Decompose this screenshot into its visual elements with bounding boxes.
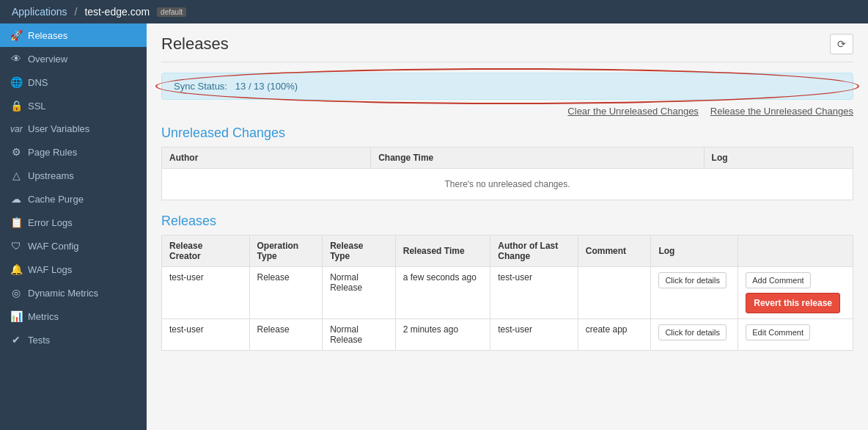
sync-label: Sync Status: bbox=[174, 81, 227, 92]
sync-status-bar: Sync Status: 13 / 13 (100%) bbox=[161, 73, 853, 100]
col-log: Log bbox=[651, 236, 738, 267]
waf-logs-icon: 🔔 bbox=[10, 263, 22, 275]
add-comment-button-0[interactable]: Add Comment bbox=[746, 272, 810, 288]
revert-release-button-0[interactable]: Revert this release bbox=[746, 293, 840, 313]
sidebar-item-label: Overview bbox=[28, 54, 67, 65]
breadcrumb-applications[interactable]: Applications bbox=[12, 6, 67, 18]
sidebar-item-page-rules[interactable]: ⚙ Page Rules bbox=[0, 140, 147, 164]
col-operation-type: OperationType bbox=[249, 236, 323, 267]
page-title: Releases bbox=[161, 34, 229, 54]
sidebar-item-label: Cache Purge bbox=[28, 194, 84, 205]
tests-icon: ✔ bbox=[10, 334, 22, 346]
sidebar-item-tests[interactable]: ✔ Tests bbox=[0, 328, 147, 351]
operation-type-cell: Release bbox=[249, 267, 323, 319]
sidebar-item-label: Dynamic Metrics bbox=[28, 288, 98, 299]
sidebar-item-cache-purge[interactable]: ☁ Cache Purge bbox=[0, 187, 147, 211]
release-creator-cell: test-user bbox=[162, 319, 250, 351]
col-author-last-change: Author of LastChange bbox=[490, 236, 578, 267]
unreleased-changes-title: Unreleased Changes bbox=[161, 125, 853, 141]
comment-cell bbox=[578, 267, 651, 319]
refresh-button[interactable]: ⟳ bbox=[830, 34, 853, 54]
sidebar-item-user-variables[interactable]: var User Variables bbox=[0, 117, 147, 140]
sidebar-item-ssl[interactable]: 🔒 SSL bbox=[0, 94, 147, 117]
metrics-icon: 📊 bbox=[10, 310, 22, 322]
sidebar-item-label: DNS bbox=[28, 77, 48, 88]
sidebar-item-label: Page Rules bbox=[28, 147, 77, 158]
error-logs-icon: 📋 bbox=[10, 216, 22, 228]
upstreams-icon: △ bbox=[10, 170, 22, 181]
log-cell: Click for details bbox=[651, 267, 738, 319]
sidebar-item-releases[interactable]: 🚀 Releases bbox=[0, 23, 147, 47]
breadcrumb-appname: test-edge.com bbox=[84, 6, 150, 18]
dynamic-metrics-icon: ◎ bbox=[10, 287, 22, 299]
col-release-creator: ReleaseCreator bbox=[162, 236, 250, 267]
sidebar-item-label: WAF Logs bbox=[28, 264, 72, 275]
sidebar-item-label: WAF Config bbox=[28, 241, 79, 252]
dns-icon: 🌐 bbox=[10, 76, 22, 88]
edit-comment-button-1[interactable]: Edit Comment bbox=[746, 324, 810, 340]
log-details-button-1[interactable]: Click for details bbox=[658, 324, 727, 340]
empty-row: There's no unreleased changes. bbox=[162, 169, 853, 200]
row-actions-cell: Edit Comment bbox=[738, 319, 853, 351]
page-rules-icon: ⚙ bbox=[10, 146, 22, 158]
ssl-icon: 🔒 bbox=[10, 100, 22, 112]
overview-icon: 👁 bbox=[10, 53, 22, 65]
row-actions: Add Comment Revert this release bbox=[746, 272, 845, 313]
sidebar-item-label: Tests bbox=[28, 335, 50, 346]
sidebar-item-label: Releases bbox=[28, 30, 67, 41]
sidebar-item-label: Metrics bbox=[28, 311, 59, 322]
sync-status-container: Sync Status: 13 / 13 (100%) bbox=[161, 73, 853, 100]
sidebar-item-label: SSL bbox=[28, 101, 46, 112]
col-actions bbox=[738, 236, 853, 267]
operation-type-cell: Release bbox=[249, 319, 323, 351]
sidebar: 🚀 Releases 👁 Overview 🌐 DNS 🔒 SSL var Us… bbox=[0, 23, 147, 430]
breadcrumb-separator: / bbox=[75, 6, 78, 18]
row-actions: Edit Comment bbox=[746, 324, 845, 340]
released-time-cell: a few seconds ago bbox=[395, 267, 490, 319]
top-bar: Applications / test-edge.com default bbox=[0, 0, 868, 23]
default-badge: default bbox=[157, 7, 186, 17]
table-row: test-user Release Normal Release a few s… bbox=[162, 267, 853, 319]
sidebar-item-waf-logs[interactable]: 🔔 WAF Logs bbox=[0, 258, 147, 281]
log-cell: Click for details bbox=[651, 319, 738, 351]
release-type-cell: Normal Release bbox=[323, 319, 396, 351]
table-row: test-user Release Normal Release 2 minut… bbox=[162, 319, 853, 351]
sidebar-item-metrics[interactable]: 📊 Metrics bbox=[0, 305, 147, 328]
page-header: Releases ⟳ bbox=[161, 23, 853, 62]
author-change-cell: test-user bbox=[490, 319, 578, 351]
user-variables-icon: var bbox=[10, 124, 22, 134]
row-actions-cell: Add Comment Revert this release bbox=[738, 267, 853, 319]
sidebar-item-label: Upstreams bbox=[28, 170, 74, 181]
col-change-time: Change Time bbox=[371, 147, 704, 169]
sidebar-item-label: User Variables bbox=[28, 123, 89, 134]
sidebar-item-dns[interactable]: 🌐 DNS bbox=[0, 70, 147, 94]
col-release-type: ReleaseType bbox=[323, 236, 396, 267]
releases-table: ReleaseCreator OperationType ReleaseType… bbox=[161, 235, 853, 351]
col-released-time: Released Time bbox=[395, 236, 490, 267]
released-time-cell: 2 minutes ago bbox=[395, 319, 490, 351]
col-comment: Comment bbox=[578, 236, 651, 267]
sidebar-item-label: Error Logs bbox=[28, 217, 73, 228]
clear-unreleased-button[interactable]: Clear the Unreleased Changes bbox=[567, 106, 699, 117]
sidebar-item-overview[interactable]: 👁 Overview bbox=[0, 47, 147, 70]
author-change-cell: test-user bbox=[490, 267, 578, 319]
waf-config-icon: 🛡 bbox=[10, 240, 22, 252]
releases-icon: 🚀 bbox=[10, 29, 22, 41]
sidebar-item-waf-config[interactable]: 🛡 WAF Config bbox=[0, 234, 147, 258]
empty-message: There's no unreleased changes. bbox=[162, 169, 853, 200]
sync-value: 13 / 13 (100%) bbox=[235, 81, 298, 92]
sidebar-item-error-logs[interactable]: 📋 Error Logs bbox=[0, 211, 147, 234]
log-details-button-0[interactable]: Click for details bbox=[658, 272, 727, 288]
unreleased-actions: Clear the Unreleased Changes Release the… bbox=[161, 106, 853, 117]
release-type-cell: Normal Release bbox=[323, 267, 396, 319]
col-log: Log bbox=[704, 147, 853, 169]
release-creator-cell: test-user bbox=[162, 267, 250, 319]
cache-purge-icon: ☁ bbox=[10, 193, 22, 205]
sidebar-item-dynamic-metrics[interactable]: ◎ Dynamic Metrics bbox=[0, 281, 147, 305]
sidebar-item-upstreams[interactable]: △ Upstreams bbox=[0, 164, 147, 187]
release-unreleased-button[interactable]: Release the Unreleased Changes bbox=[710, 106, 853, 117]
unreleased-changes-table: Author Change Time Log There's no unrele… bbox=[161, 147, 853, 200]
releases-title: Releases bbox=[161, 214, 853, 229]
col-author: Author bbox=[162, 147, 371, 169]
comment-cell: create app bbox=[578, 319, 651, 351]
